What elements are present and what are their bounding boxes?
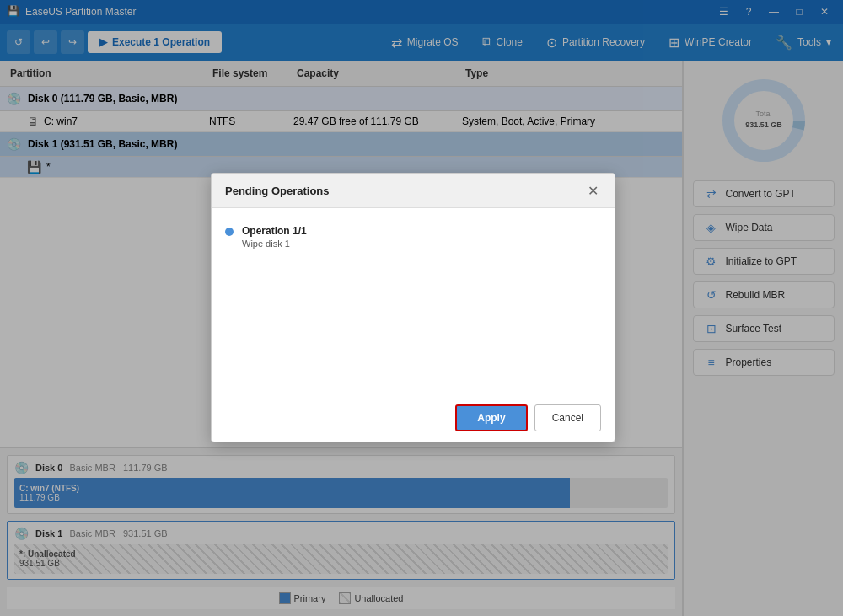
operation-dot: [225, 228, 234, 236]
modal-title: Pending Operations: [225, 185, 330, 197]
modal-overlay: Pending Operations ✕ Operation 1/1 Wipe …: [0, 0, 843, 616]
cancel-button[interactable]: Cancel: [534, 404, 601, 431]
operation-details: Operation 1/1 Wipe disk 1: [242, 225, 307, 249]
operation-number: Operation 1/1: [242, 225, 307, 237]
operation-item: Operation 1/1 Wipe disk 1: [225, 225, 601, 249]
operation-desc: Wipe disk 1: [242, 238, 307, 249]
modal-footer: Apply Cancel: [212, 394, 615, 442]
modal-close-button[interactable]: ✕: [584, 182, 601, 199]
modal-header: Pending Operations ✕: [212, 174, 615, 208]
modal-body: Operation 1/1 Wipe disk 1: [212, 208, 615, 394]
pending-operations-modal: Pending Operations ✕ Operation 1/1 Wipe …: [211, 173, 615, 442]
apply-button[interactable]: Apply: [455, 404, 527, 431]
